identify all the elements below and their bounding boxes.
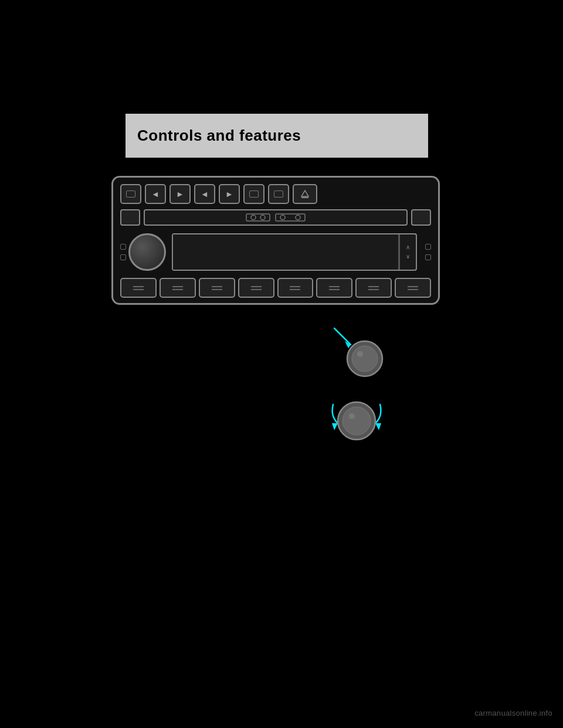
btn-prev[interactable]: ◄ xyxy=(145,184,166,204)
preset-btn-2[interactable] xyxy=(160,278,196,298)
display-scroll: ∧ ∨ xyxy=(399,234,416,270)
top-button-row: ◄ ► ◄ ► xyxy=(118,182,433,205)
preset-btn-6[interactable] xyxy=(316,278,352,298)
preset-btn-1[interactable] xyxy=(120,278,157,298)
btn-next2[interactable]: ► xyxy=(219,184,240,204)
btn-next[interactable]: ► xyxy=(169,184,191,204)
corner-br xyxy=(425,254,431,260)
scroll-up-arrow[interactable]: ∧ xyxy=(406,244,410,250)
btn-top-1[interactable] xyxy=(120,184,141,204)
svg-point-6 xyxy=(280,215,285,220)
svg-point-11 xyxy=(352,346,378,372)
svg-point-3 xyxy=(251,215,256,220)
page-title: Controls and features xyxy=(137,127,301,145)
preset-btn-8[interactable] xyxy=(395,278,431,298)
btn-cassette-left[interactable] xyxy=(120,209,140,226)
scroll-down-arrow[interactable]: ∨ xyxy=(406,254,410,260)
btn-top-3[interactable] xyxy=(268,184,289,204)
svg-rect-1 xyxy=(301,197,308,198)
volume-knob[interactable] xyxy=(128,233,166,271)
radio-unit-diagram: ◄ ► ◄ ► xyxy=(111,176,440,305)
btn-top-2[interactable] xyxy=(243,184,264,204)
preset-btn-3[interactable] xyxy=(199,278,235,298)
preset-btn-4[interactable] xyxy=(238,278,274,298)
svg-marker-13 xyxy=(332,423,338,430)
svg-point-17 xyxy=(349,413,355,419)
rotation-arrow-svg xyxy=(321,375,392,445)
header-banner: Controls and features xyxy=(126,114,428,158)
btn-prev2[interactable]: ◄ xyxy=(194,184,215,204)
watermark: carmanualsonline.info xyxy=(474,709,552,717)
btn-cassette-right[interactable] xyxy=(411,209,431,226)
cassette-slot xyxy=(144,209,408,226)
svg-rect-2 xyxy=(246,214,270,221)
btn-eject[interactable] xyxy=(293,184,317,204)
display-area: ∧ ∨ xyxy=(172,233,417,271)
svg-point-4 xyxy=(260,215,265,220)
svg-marker-0 xyxy=(301,190,308,196)
press-arrow-svg xyxy=(317,317,387,381)
svg-point-16 xyxy=(342,407,371,435)
bottom-preset-row xyxy=(118,277,433,298)
svg-marker-14 xyxy=(375,423,381,430)
display-main xyxy=(173,234,398,270)
svg-line-8 xyxy=(334,328,351,345)
corner-tr xyxy=(425,244,431,250)
preset-btn-7[interactable] xyxy=(355,278,392,298)
page: Controls and features ◄ ► ◄ ► xyxy=(0,0,563,728)
svg-point-12 xyxy=(357,351,363,357)
preset-btn-5[interactable] xyxy=(277,278,314,298)
corner-tl xyxy=(120,244,126,250)
corner-bl xyxy=(120,254,126,260)
svg-point-7 xyxy=(296,215,300,220)
cassette-row xyxy=(118,209,433,226)
middle-row: ∧ ∨ xyxy=(118,230,433,274)
